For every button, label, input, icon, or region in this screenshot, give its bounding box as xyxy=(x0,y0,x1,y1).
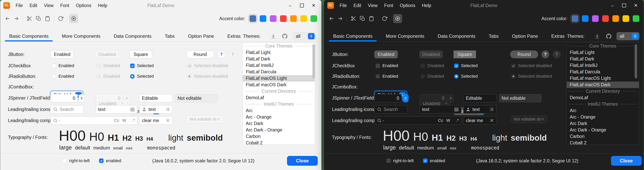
text-field-calendar[interactable]: text xyxy=(420,105,461,113)
help-button[interactable]: ? xyxy=(542,51,549,58)
cut-button[interactable] xyxy=(25,14,34,23)
menu-item[interactable]: View xyxy=(41,0,57,11)
theme-list-item[interactable]: Arc - Orange xyxy=(243,114,315,120)
back-button[interactable] xyxy=(3,14,12,23)
github-button[interactable] xyxy=(280,32,289,41)
accent-swatch[interactable] xyxy=(572,15,578,22)
github-button[interactable] xyxy=(604,32,613,41)
show-hover-toggle[interactable] xyxy=(393,14,402,23)
editable-textfield[interactable]: Editable xyxy=(139,94,172,102)
tab[interactable]: Option Pane xyxy=(508,31,542,42)
clearable-field[interactable]: clear me ✕ xyxy=(139,116,172,125)
menu-item[interactable]: Font xyxy=(381,0,396,11)
clear-x-icon[interactable]: ✕ xyxy=(490,118,494,124)
theme-list-item[interactable]: Arc Dark - Orange xyxy=(567,127,639,133)
theme-list-item[interactable]: Cobalt 2 xyxy=(243,140,315,145)
accent-swatch[interactable] xyxy=(622,15,629,22)
forward-button[interactable] xyxy=(12,14,21,23)
calendar-table-icon[interactable] xyxy=(130,107,135,112)
accent-swatch[interactable] xyxy=(270,15,276,22)
themes-scrollbar[interactable] xyxy=(634,44,637,78)
match-case-buttons[interactable]: Cc W .* xyxy=(114,118,135,123)
tab[interactable]: Tabs xyxy=(160,31,179,42)
refresh-button[interactable] xyxy=(380,14,389,23)
radio-selected[interactable] xyxy=(130,74,134,79)
back-button[interactable] xyxy=(327,14,336,23)
menu-item[interactable]: Edit xyxy=(350,0,364,11)
enabled-checkbox[interactable] xyxy=(423,158,428,163)
theme-list-item[interactable]: Arc Dark - Orange xyxy=(243,127,315,133)
radio-enabled[interactable] xyxy=(376,74,380,79)
text-field-calendar[interactable]: text xyxy=(96,105,137,113)
theme-list-item[interactable]: Core Themes xyxy=(567,43,639,49)
tab[interactable]: Extras xyxy=(547,31,569,42)
menu-item[interactable]: File xyxy=(336,0,350,11)
close-dialog-button[interactable]: Close xyxy=(287,156,318,166)
theme-list-item[interactable]: DemoLaf xyxy=(243,94,315,101)
spinner-field[interactable]: 0 xyxy=(50,94,78,102)
theme-list-item[interactable]: Arc Dark xyxy=(567,120,639,127)
search-dropdown-icon[interactable] xyxy=(53,118,60,123)
search-field[interactable]: Search xyxy=(50,105,84,113)
match-case-button[interactable]: Cc xyxy=(114,118,120,123)
menu-item[interactable]: Edit xyxy=(26,0,41,11)
theme-list-item[interactable]: DemoLaf xyxy=(567,94,639,101)
whole-words-button[interactable]: W xyxy=(122,118,126,123)
accent-swatch[interactable] xyxy=(633,15,639,22)
close-button[interactable]: ✕ xyxy=(630,0,642,11)
round-button[interactable]: Round xyxy=(510,51,538,58)
close-button[interactable]: ✕ xyxy=(308,0,320,11)
accent-swatch[interactable] xyxy=(602,15,609,22)
tab[interactable]: More Components xyxy=(382,31,428,42)
theme-list-item[interactable]: IntelliJ Themes xyxy=(243,101,315,107)
theme-list-item[interactable]: FlatLaf Darcula xyxy=(243,69,315,75)
accent-swatch[interactable] xyxy=(612,15,619,22)
accent-swatch[interactable] xyxy=(300,15,307,22)
cut-button[interactable] xyxy=(349,14,358,23)
accent-swatch[interactable] xyxy=(280,15,287,22)
download-themes-button[interactable] xyxy=(269,32,278,41)
menu-item[interactable]: Options xyxy=(396,0,418,11)
theme-list-item[interactable]: FlatLaf Light xyxy=(567,49,639,56)
minimize-button[interactable]: – xyxy=(606,0,618,11)
editable-textfield[interactable]: Editable xyxy=(463,94,496,102)
spinner-up-down-buttons[interactable] xyxy=(402,94,408,102)
whole-words-button[interactable]: W xyxy=(446,118,450,123)
tab[interactable]: Basic Components xyxy=(329,31,377,42)
maximize-button[interactable] xyxy=(296,0,308,11)
radio-selected[interactable] xyxy=(454,74,458,79)
theme-list-item[interactable]: Arc xyxy=(567,107,639,114)
maximize-button[interactable] xyxy=(618,0,630,11)
minimize-button[interactable]: – xyxy=(284,0,296,11)
menu-item[interactable]: Options xyxy=(72,0,94,11)
enabled-button[interactable]: Enabled xyxy=(50,51,74,58)
themes-filter-combobox[interactable]: all xyxy=(616,32,640,40)
tab[interactable]: Tabs xyxy=(484,31,503,42)
regex-button[interactable]: .* xyxy=(132,118,135,123)
radio-enabled[interactable] xyxy=(52,74,56,79)
menu-item[interactable]: Help xyxy=(418,0,434,11)
menu-item[interactable]: File xyxy=(12,0,26,11)
download-themes-button[interactable] xyxy=(593,32,602,41)
theme-list-item[interactable]: Cobalt 2 xyxy=(567,140,639,145)
copy-button[interactable] xyxy=(34,14,43,23)
text-field-user-list[interactable]: text xyxy=(463,105,496,113)
tab[interactable]: Basic Components xyxy=(5,31,53,42)
help-button[interactable]: ? xyxy=(218,51,225,58)
round-button[interactable]: Round xyxy=(186,51,214,58)
theme-list-item[interactable]: FlatLaf IntelliJ xyxy=(567,62,639,69)
theme-list-item[interactable]: FlatLaf macOS Light xyxy=(243,75,315,82)
theme-list-item[interactable]: Arc - Orange xyxy=(567,114,639,120)
regex-button[interactable]: .* xyxy=(456,118,459,123)
refresh-button[interactable] xyxy=(56,14,65,23)
themes-filter-combobox[interactable]: all xyxy=(292,32,316,40)
copy-button[interactable] xyxy=(358,14,367,23)
theme-list-item[interactable]: Current Directory xyxy=(243,88,315,94)
theme-list-item[interactable]: FlatLaf IntelliJ xyxy=(243,62,315,69)
menu-item[interactable]: View xyxy=(364,0,381,11)
square-button[interactable]: Square xyxy=(130,51,152,58)
theme-list-item[interactable]: FlatLaf Light xyxy=(243,49,315,56)
checkbox-enabled[interactable] xyxy=(52,64,56,68)
square-button[interactable]: Square xyxy=(454,51,476,58)
text-field-user-list[interactable]: text xyxy=(139,105,172,113)
